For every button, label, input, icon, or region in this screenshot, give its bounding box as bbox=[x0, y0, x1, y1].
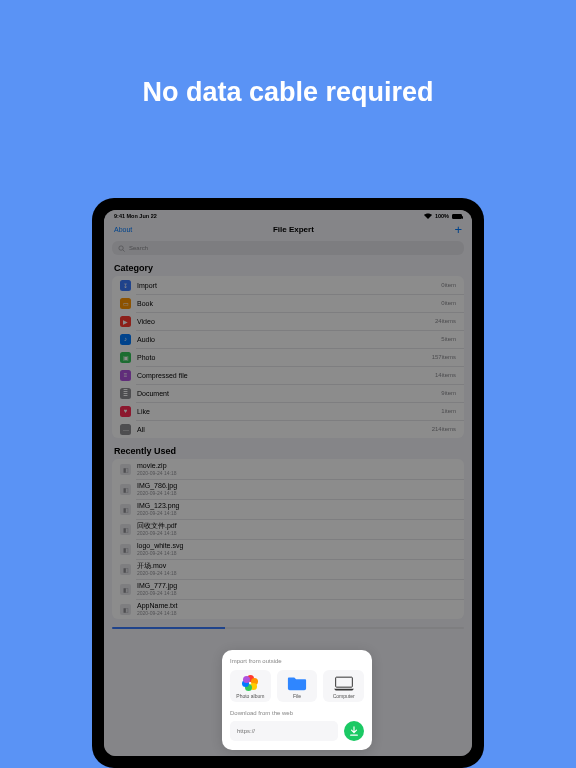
opt-label: Computer bbox=[333, 693, 355, 699]
recent-row[interactable]: ◧开场.mov2020-09-24 14:18 bbox=[112, 559, 464, 579]
category-meta: 157items bbox=[432, 354, 456, 360]
search-input[interactable]: Search bbox=[112, 241, 464, 255]
file-icon: ◧ bbox=[120, 524, 131, 535]
computer-icon bbox=[334, 674, 354, 692]
recent-row[interactable]: ◧回收文件.pdf2020-09-24 14:18 bbox=[112, 519, 464, 539]
category-label: Video bbox=[137, 318, 435, 325]
file-icon: ◧ bbox=[120, 584, 131, 595]
svg-line-1 bbox=[123, 249, 125, 251]
category-row[interactable]: ⋯All214items bbox=[112, 420, 464, 438]
category-label: Like bbox=[137, 408, 441, 415]
category-meta: 0item bbox=[441, 282, 456, 288]
category-label: Compressed file bbox=[137, 372, 435, 379]
opt-label: File bbox=[293, 693, 301, 699]
category-list: ↧Import0item▭Book0item▶Video24items♪Audi… bbox=[112, 276, 464, 438]
category-icon: ≡ bbox=[120, 370, 131, 381]
category-meta: 0item bbox=[441, 300, 456, 306]
category-meta: 9item bbox=[441, 390, 456, 396]
status-indicators: 100% bbox=[424, 213, 462, 219]
category-icon: ▣ bbox=[120, 352, 131, 363]
category-heading: Category bbox=[114, 263, 462, 273]
tablet-frame: 9:41 Mon Jun 22 100% About File Expert +… bbox=[92, 198, 484, 768]
category-label: Import bbox=[137, 282, 441, 289]
file-sub: 2020-09-24 14:18 bbox=[137, 610, 177, 616]
recent-row[interactable]: ◧logo_white.svg2020-09-24 14:18 bbox=[112, 539, 464, 559]
download-button[interactable] bbox=[344, 721, 364, 741]
file-label: IMG_123.png bbox=[137, 502, 179, 510]
file-icon: ◧ bbox=[120, 464, 131, 475]
add-button[interactable]: + bbox=[454, 226, 462, 234]
import-option-computer[interactable]: Computer bbox=[323, 670, 364, 702]
category-row[interactable]: ♪Audio5item bbox=[112, 330, 464, 348]
category-label: All bbox=[137, 426, 432, 433]
file-icon: ◧ bbox=[120, 604, 131, 615]
screen: 9:41 Mon Jun 22 100% About File Expert +… bbox=[104, 210, 472, 756]
category-icon: ▭ bbox=[120, 298, 131, 309]
search-icon bbox=[118, 245, 125, 252]
file-sub: 2020-09-24 14:18 bbox=[137, 490, 177, 496]
file-sub: 2020-09-24 14:18 bbox=[137, 590, 177, 596]
svg-rect-2 bbox=[335, 677, 352, 687]
category-row[interactable]: ↧Import0item bbox=[112, 276, 464, 294]
import-card: Import from outside Photo album bbox=[222, 650, 372, 750]
opt-label: Photo album bbox=[236, 693, 264, 699]
category-meta: 24items bbox=[435, 318, 456, 324]
category-label: Photo bbox=[137, 354, 432, 361]
category-icon: ♥ bbox=[120, 406, 131, 417]
import-option-file[interactable]: File bbox=[277, 670, 318, 702]
file-icon: ◧ bbox=[120, 544, 131, 555]
file-label: 回收文件.pdf bbox=[137, 522, 177, 530]
wifi-icon bbox=[424, 213, 432, 219]
download-icon bbox=[349, 726, 359, 736]
recent-row[interactable]: ◧IMG_123.png2020-09-24 14:18 bbox=[112, 499, 464, 519]
file-label: 开场.mov bbox=[137, 562, 176, 570]
status-bar: 9:41 Mon Jun 22 100% bbox=[104, 210, 472, 221]
recent-row[interactable]: ◧movie.zip2020-09-24 14:18 bbox=[112, 459, 464, 479]
category-row[interactable]: ▶Video24items bbox=[112, 312, 464, 330]
file-label: movie.zip bbox=[137, 462, 176, 470]
file-icon: ◧ bbox=[120, 504, 131, 515]
recent-row[interactable]: ◧IMG_777.jpg2020-09-24 14:18 bbox=[112, 579, 464, 599]
recent-row[interactable]: ◧AppName.txt2020-09-24 14:18 bbox=[112, 599, 464, 619]
category-meta: 214items bbox=[432, 426, 456, 432]
file-label: AppName.txt bbox=[137, 602, 177, 610]
category-row[interactable]: ▭Book0item bbox=[112, 294, 464, 312]
svg-point-0 bbox=[119, 245, 123, 249]
progress-bar bbox=[112, 627, 464, 629]
category-meta: 14items bbox=[435, 372, 456, 378]
category-row[interactable]: ▣Photo157items bbox=[112, 348, 464, 366]
battery-icon bbox=[452, 214, 462, 219]
category-row[interactable]: ≡Compressed file14items bbox=[112, 366, 464, 384]
folder-icon bbox=[287, 674, 307, 692]
status-time: 9:41 Mon Jun 22 bbox=[114, 213, 157, 219]
file-sub: 2020-09-24 14:18 bbox=[137, 510, 179, 516]
category-row[interactable]: ≣Document9item bbox=[112, 384, 464, 402]
about-button[interactable]: About bbox=[114, 226, 132, 233]
category-meta: 1item bbox=[441, 408, 456, 414]
file-label: IMG_786.jpg bbox=[137, 482, 177, 490]
battery-percent: 100% bbox=[435, 213, 449, 219]
category-row[interactable]: ♥Like1item bbox=[112, 402, 464, 420]
file-sub: 2020-09-24 14:18 bbox=[137, 470, 176, 476]
import-heading: Import from outside bbox=[230, 658, 364, 664]
download-heading: Download from the web bbox=[230, 710, 364, 716]
app-title: File Expert bbox=[273, 225, 314, 234]
import-option-photo-album[interactable]: Photo album bbox=[230, 670, 271, 702]
file-icon: ◧ bbox=[120, 484, 131, 495]
category-icon: ♪ bbox=[120, 334, 131, 345]
file-label: logo_white.svg bbox=[137, 542, 183, 550]
download-url-input[interactable] bbox=[230, 721, 338, 741]
file-sub: 2020-09-24 14:18 bbox=[137, 550, 183, 556]
category-icon: ≣ bbox=[120, 388, 131, 399]
category-label: Book bbox=[137, 300, 441, 307]
category-label: Audio bbox=[137, 336, 441, 343]
navbar: About File Expert + bbox=[104, 221, 472, 238]
recent-row[interactable]: ◧IMG_786.jpg2020-09-24 14:18 bbox=[112, 479, 464, 499]
file-label: IMG_777.jpg bbox=[137, 582, 177, 590]
headline: No data cable required bbox=[0, 77, 576, 108]
file-sub: 2020-09-24 14:18 bbox=[137, 570, 176, 576]
search-placeholder: Search bbox=[129, 245, 148, 251]
file-icon: ◧ bbox=[120, 564, 131, 575]
category-icon: ⋯ bbox=[120, 424, 131, 435]
recent-list: ◧movie.zip2020-09-24 14:18◧IMG_786.jpg20… bbox=[112, 459, 464, 619]
